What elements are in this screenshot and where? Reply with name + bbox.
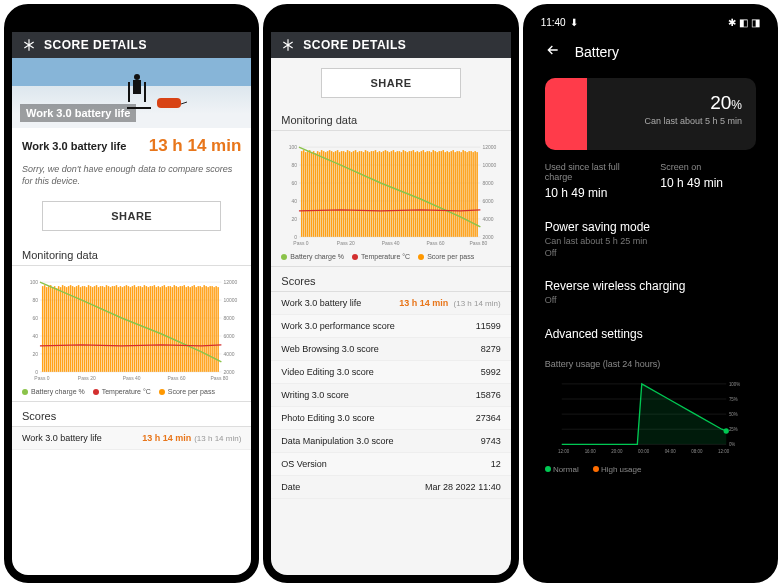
svg-text:100: 100 — [289, 144, 298, 150]
svg-rect-196 — [443, 150, 444, 237]
svg-text:Pass 0: Pass 0 — [294, 240, 309, 246]
score-details-header: SCORE DETAILS — [12, 32, 251, 58]
svg-rect-152 — [355, 150, 356, 237]
battery-fill — [545, 78, 587, 150]
score-row-battery-life: Work 3.0 battery life 13 h 14 min(13 h 1… — [12, 427, 251, 450]
svg-text:00:00: 00:00 — [638, 449, 650, 454]
svg-rect-154 — [359, 151, 360, 237]
svg-rect-136 — [323, 151, 324, 237]
svg-text:100: 100 — [30, 280, 39, 286]
svg-text:8000: 8000 — [483, 180, 494, 186]
svg-rect-139 — [329, 150, 330, 237]
svg-rect-147 — [345, 152, 346, 237]
svg-text:Pass 80: Pass 80 — [210, 375, 228, 381]
svg-rect-149 — [349, 151, 350, 237]
svg-rect-94 — [203, 286, 204, 373]
svg-rect-38 — [92, 287, 93, 372]
score-label: Work 3.0 battery life — [22, 140, 126, 152]
svg-text:08:00: 08:00 — [691, 449, 703, 454]
svg-rect-164 — [379, 151, 380, 237]
svg-rect-53 — [122, 287, 123, 372]
svg-rect-174 — [399, 151, 400, 237]
svg-rect-168 — [387, 151, 388, 237]
svg-rect-69 — [154, 286, 155, 373]
svg-rect-129 — [309, 150, 310, 237]
chart-legend: Battery charge % Temperature °C Score pe… — [271, 251, 510, 267]
svg-rect-187 — [425, 152, 426, 237]
svg-rect-84 — [184, 286, 185, 373]
phone-1: ●● 11:40 ⬇ ✱ ◧ ◨ ▮ SCORE DETAILS Work 3.… — [4, 4, 259, 583]
monitoring-title: Monitoring data — [12, 241, 251, 266]
power-saving-mode[interactable]: Power saving mode Can last about 5 h 25 … — [531, 210, 770, 269]
svg-text:12000: 12000 — [483, 144, 497, 150]
snowflake-icon — [281, 38, 295, 52]
status-bar: ●● 11:40 ⬇ ✱ ◧ ◨ ▮ — [12, 12, 251, 32]
svg-rect-150 — [351, 152, 352, 237]
svg-rect-48 — [112, 287, 113, 373]
score-details-header: SCORE DETAILS — [271, 32, 510, 58]
svg-rect-71 — [158, 287, 159, 373]
svg-text:10000: 10000 — [483, 162, 497, 168]
svg-text:50%: 50% — [729, 412, 738, 417]
share-button[interactable]: SHARE — [321, 68, 460, 98]
svg-text:Pass 60: Pass 60 — [427, 240, 445, 246]
battery-estimate: Can last about 5 h 5 min — [644, 116, 742, 126]
screen: Battery 20% Can last about 5 h 5 min Use… — [531, 32, 770, 575]
svg-rect-202 — [455, 152, 456, 237]
svg-rect-73 — [162, 287, 163, 373]
svg-rect-96 — [207, 287, 208, 372]
reverse-wireless-charging[interactable]: Reverse wireless charging Off — [531, 269, 770, 317]
score-row: OS Version12 — [271, 453, 510, 476]
score-row: Photo Editing 3.0 score27364 — [271, 407, 510, 430]
svg-text:6000: 6000 — [223, 333, 234, 339]
svg-rect-97 — [209, 287, 210, 373]
svg-text:6000: 6000 — [483, 198, 494, 204]
svg-text:40: 40 — [292, 198, 298, 204]
phone-3: 11:40 ⬇ ✱ ◧ ◨ Battery 20% Can last about… — [523, 4, 778, 583]
svg-rect-98 — [211, 287, 212, 373]
svg-rect-27 — [70, 286, 71, 373]
svg-rect-186 — [423, 150, 424, 237]
svg-rect-36 — [88, 286, 89, 373]
svg-rect-1 — [133, 80, 141, 94]
svg-text:Pass 20: Pass 20 — [78, 375, 96, 381]
svg-rect-203 — [457, 151, 458, 237]
svg-rect-74 — [164, 286, 165, 373]
svg-rect-52 — [120, 287, 121, 373]
svg-rect-181 — [413, 150, 414, 237]
svg-text:Pass 80: Pass 80 — [470, 240, 488, 246]
svg-rect-195 — [441, 151, 442, 237]
back-arrow-icon[interactable] — [545, 42, 561, 62]
svg-rect-17 — [50, 286, 51, 373]
svg-rect-173 — [397, 151, 398, 237]
advanced-settings[interactable]: Advanced settings — [531, 317, 770, 353]
svg-rect-35 — [86, 287, 87, 372]
svg-rect-191 — [433, 150, 434, 237]
share-button[interactable]: SHARE — [42, 201, 221, 231]
svg-rect-22 — [60, 287, 61, 372]
svg-rect-76 — [168, 287, 169, 373]
svg-rect-88 — [191, 287, 192, 373]
svg-rect-81 — [178, 287, 179, 372]
svg-rect-169 — [389, 152, 390, 237]
status-time: 11:40 — [541, 17, 566, 28]
used-since-label: Used since last full charge — [545, 162, 641, 182]
svg-rect-209 — [469, 151, 470, 237]
svg-rect-135 — [321, 150, 322, 237]
svg-rect-92 — [199, 287, 200, 373]
svg-rect-167 — [385, 150, 386, 237]
svg-rect-33 — [82, 287, 83, 373]
battery-level-card[interactable]: 20% Can last about 5 h 5 min — [545, 78, 756, 150]
svg-rect-140 — [331, 151, 332, 237]
score-row: Work 3.0 battery life13 h 14 min (13 h 1… — [271, 292, 510, 315]
svg-text:12:00: 12:00 — [718, 449, 730, 454]
svg-rect-23 — [62, 286, 63, 373]
svg-rect-126 — [303, 150, 304, 237]
svg-rect-163 — [377, 152, 378, 237]
score-row: Video Editing 3.0 score5992 — [271, 361, 510, 384]
svg-rect-89 — [193, 286, 194, 373]
status-bar: ●● 11:40 ⬇ ✱ ◧ ◨ ▮ — [271, 12, 510, 32]
monitoring-title: Monitoring data — [271, 106, 510, 131]
svg-text:8000: 8000 — [223, 315, 234, 321]
svg-rect-177 — [405, 151, 406, 237]
